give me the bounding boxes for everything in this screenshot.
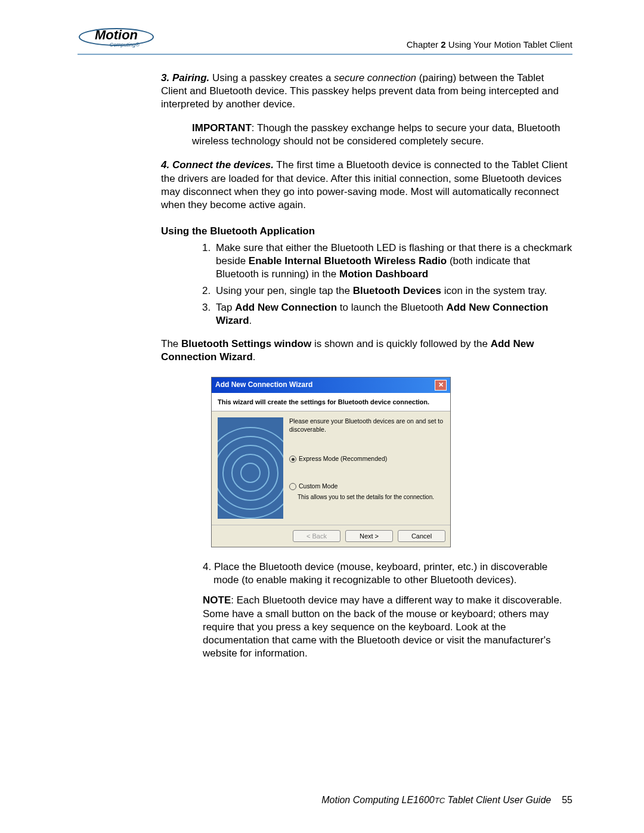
step-1: Make sure that either the Bluetooth LED … — [213, 241, 572, 281]
step-4: 4. Place the Bluetooth device (mouse, ke… — [192, 561, 572, 587]
after-steps-text: The Bluetooth Settings window is shown a… — [161, 337, 572, 364]
step4-note: NOTE: Each Bluetooth device may have a d… — [203, 594, 572, 659]
step-3: Tap Add New Connection to launch the Blu… — [213, 301, 572, 327]
radio-icon — [289, 456, 296, 463]
section-4-connect: 4. Connect the devices. The first time a… — [161, 159, 572, 211]
wizard-dialog: Add New Connection Wizard ✕ This wizard … — [211, 377, 451, 548]
important-note: IMPORTANT: Though the passkey exchange h… — [192, 122, 572, 148]
radio-express[interactable]: Express Mode (Recommended) — [289, 455, 444, 463]
next-button[interactable]: Next > — [345, 530, 393, 542]
page-header: Motion Computing® Chapter 2 Using Your M… — [78, 24, 572, 55]
section-3-pairing: 3. Pairing. Using a passkey creates a se… — [161, 72, 572, 111]
back-button: < Back — [293, 530, 340, 542]
wizard-instruction: Please ensure your Bluetooth devices are… — [289, 417, 444, 433]
steps-list: Make sure that either the Bluetooth LED … — [161, 241, 572, 328]
wizard-titlebar: Add New Connection Wizard ✕ — [212, 377, 450, 393]
close-icon[interactable]: ✕ — [435, 380, 447, 391]
radio-icon — [289, 483, 296, 490]
svg-text:Computing®: Computing® — [110, 42, 140, 48]
radio-custom[interactable]: Custom Mode — [289, 482, 444, 491]
motion-logo: Motion Computing® — [78, 24, 155, 50]
page-content: 3. Pairing. Using a passkey creates a se… — [161, 72, 572, 660]
wizard-subhead: This wizard will create the settings for… — [212, 393, 450, 411]
svg-text:Motion: Motion — [95, 27, 138, 42]
wizard-footer: < Back Next > Cancel — [212, 525, 450, 547]
wizard-art — [218, 417, 283, 519]
page-footer: Motion Computing LE1600TC Tablet Client … — [321, 794, 572, 807]
wizard-title: Add New Connection Wizard — [215, 380, 312, 390]
custom-note: This allows you to set the details for t… — [298, 493, 444, 501]
chapter-label: Chapter 2 Using Your Motion Tablet Clien… — [407, 39, 572, 51]
section-heading: Using the Bluetooth Application — [161, 225, 572, 238]
cancel-button[interactable]: Cancel — [398, 530, 445, 542]
step-2: Using your pen, single tap the Bluetooth… — [213, 284, 572, 298]
